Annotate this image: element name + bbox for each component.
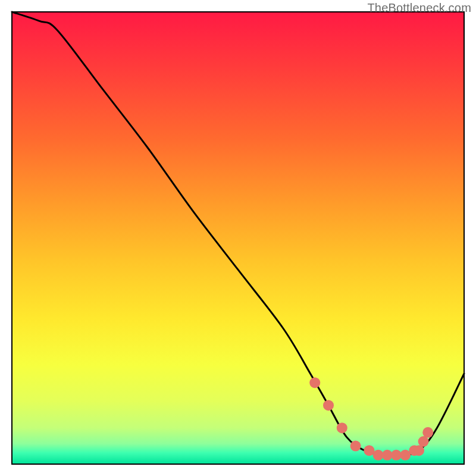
highlighted-point bbox=[422, 427, 433, 438]
attribution-label: TheBottleneck.com bbox=[367, 1, 471, 15]
highlighted-point bbox=[350, 441, 361, 452]
highlighted-point bbox=[323, 400, 334, 411]
chart-container: TheBottleneck.com bbox=[0, 0, 476, 476]
highlighted-point bbox=[309, 377, 320, 388]
chart-heatmap-background bbox=[12, 12, 464, 464]
highlighted-point bbox=[337, 422, 347, 433]
bottleneck-chart bbox=[0, 0, 476, 476]
